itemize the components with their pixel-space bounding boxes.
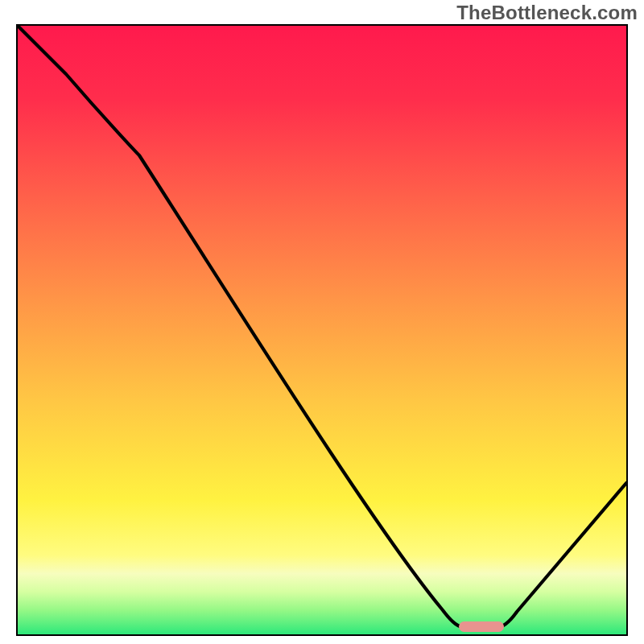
curve-svg — [18, 26, 626, 634]
plot-frame — [16, 24, 628, 636]
min-marker — [459, 621, 504, 632]
bottleneck-curve-path — [18, 26, 626, 628]
chart-stage: TheBottleneck.com — [0, 0, 644, 644]
watermark-text: TheBottleneck.com — [456, 2, 638, 24]
